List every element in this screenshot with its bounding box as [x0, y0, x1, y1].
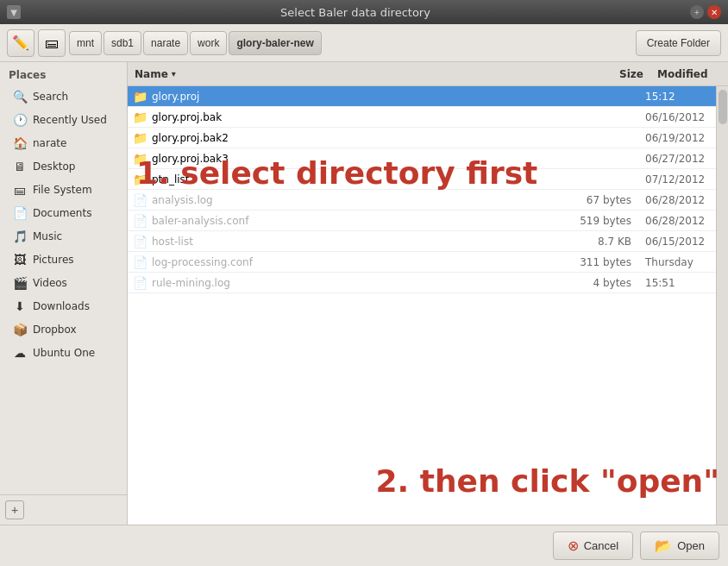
app-icon: ▼ [7, 5, 21, 19]
main-area: Places 🔍Search🕐Recently Used🏠narate🖥Desk… [0, 62, 728, 525]
sidebar-icon-music: 🎵 [12, 229, 28, 244]
file-name: glory.proj.bak2 [148, 132, 569, 144]
file-size: 519 bytes [569, 215, 638, 227]
titlebar-controls: + ✕ [690, 5, 721, 19]
file-modified: 15:12 [638, 91, 716, 103]
table-row[interactable]: 📁glory.proj.bak06/16/2012 [128, 107, 716, 128]
file-icon: 📄 [131, 273, 148, 293]
sidebar-item-documents[interactable]: 📄Documents [3, 202, 123, 224]
sidebar-label: Downloads [33, 300, 90, 312]
sidebar-icon-file-system: 🖴 [12, 182, 28, 198]
sidebar-item-desktop[interactable]: 🖥Desktop [3, 155, 123, 178]
column-size[interactable]: Size [581, 68, 650, 80]
file-icon: 📄 [131, 252, 148, 273]
column-name[interactable]: Name ▾ [128, 68, 581, 80]
file-modified: Thursday [638, 256, 716, 268]
create-folder-button[interactable]: Create Folder [636, 30, 721, 56]
file-name: log-processing.conf [148, 256, 569, 268]
breadcrumb: mntsdb1narateworkglory-baler-new [69, 31, 322, 55]
table-row[interactable]: 📄analysis.log67 bytes06/28/2012 [128, 190, 716, 211]
table-row[interactable]: 📁glory.proj15:12 [128, 86, 716, 107]
sidebar-item-narate[interactable]: 🏠narate [3, 132, 123, 154]
open-label: Open [677, 539, 705, 552]
sidebar-icon-desktop: 🖥 [12, 159, 28, 174]
folder-icon: 📁 [131, 128, 148, 148]
table-row[interactable]: 📁ptn_list07/12/2012 [128, 169, 716, 190]
file-size: 311 bytes [569, 256, 638, 268]
folder-icon: 📁 [131, 86, 148, 107]
sidebar-add-area: + [0, 494, 127, 525]
file-modified: 06/15/2012 [638, 236, 716, 248]
table-row[interactable]: 📄rule-mining.log4 bytes15:51 [128, 273, 716, 293]
folder-icon: 📁 [131, 169, 148, 190]
sidebar-item-videos[interactable]: 🎬Videos [3, 272, 123, 294]
file-modified: 06/16/2012 [638, 111, 716, 123]
open-icon: 📂 [655, 538, 672, 554]
sidebar-item-dropbox[interactable]: 📦Dropbox [3, 318, 123, 341]
sidebar-label: narate [33, 137, 66, 149]
file-name: ptn_list [148, 173, 569, 186]
file-modified: 15:51 [638, 277, 716, 289]
breadcrumb-item-sdb1[interactable]: sdb1 [104, 31, 141, 55]
sidebar-item-search[interactable]: 🔍Search [3, 85, 123, 108]
open-button[interactable]: 📂 Open [640, 531, 719, 560]
sidebar-icon-downloads: ⬇ [12, 299, 28, 314]
sidebar-item-ubuntu-one[interactable]: ☁Ubuntu One [3, 342, 123, 364]
file-name: baler-analysis.conf [148, 215, 569, 227]
file-name: glory.proj [148, 91, 569, 103]
titlebar: ▼ Select Baler data directory + ✕ [0, 0, 728, 24]
breadcrumb-item-narate[interactable]: narate [143, 31, 188, 55]
sidebar-item-downloads[interactable]: ⬇Downloads [3, 295, 123, 318]
sidebar-item-file-system[interactable]: 🖴File System [3, 179, 123, 201]
scrollbar-track[interactable] [716, 86, 728, 525]
file-size: 4 bytes [569, 277, 638, 289]
sidebar-label: Documents [33, 207, 91, 219]
cancel-button[interactable]: ⊗ Cancel [553, 531, 633, 560]
titlebar-close-button[interactable]: ✕ [707, 5, 721, 19]
drives-button[interactable]: 🖴 [38, 29, 66, 57]
sidebar-label: Ubuntu One [33, 347, 95, 359]
sidebar-item-pictures[interactable]: 🖼Pictures [3, 248, 123, 271]
file-name: analysis.log [148, 194, 569, 206]
sort-arrow-icon: ▾ [172, 69, 176, 79]
sidebar-add-button[interactable]: + [5, 500, 24, 519]
file-modified: 06/28/2012 [638, 194, 716, 206]
sidebar-label: Pictures [33, 254, 74, 266]
file-modified: 06/28/2012 [638, 215, 716, 227]
table-row[interactable]: 📁glory.proj.bak306/27/2012 [128, 148, 716, 169]
breadcrumb-item-work[interactable]: work [190, 31, 227, 55]
breadcrumb-item-glory-baler-new[interactable]: glory-baler-new [229, 31, 321, 55]
table-row[interactable]: 📄log-processing.conf311 bytesThursday [128, 252, 716, 273]
titlebar-add-button[interactable]: + [690, 5, 704, 19]
file-area: Name ▾ Size Modified 📁glory.proj15:12📁gl… [128, 62, 728, 525]
sidebar-icon-recently-used: 🕐 [12, 112, 28, 128]
file-list: 📁glory.proj15:12📁glory.proj.bak06/16/201… [128, 86, 716, 525]
file-modified: 06/19/2012 [638, 132, 716, 144]
file-modified: 07/12/2012 [638, 173, 716, 186]
scrollbar-thumb[interactable] [719, 90, 727, 124]
sidebar-label: Search [33, 91, 68, 103]
toolbar: ✏️ 🖴 mntsdb1narateworkglory-baler-new Cr… [0, 24, 728, 62]
folder-icon: 📁 [131, 148, 148, 169]
sidebar-label: Music [33, 230, 62, 242]
file-name: rule-mining.log [148, 277, 569, 289]
bottombar: ⊗ Cancel 📂 Open [0, 525, 728, 566]
sidebar-item-recently-used[interactable]: 🕐Recently Used [3, 109, 123, 131]
titlebar-title: Select Baler data directory [21, 6, 690, 19]
sidebar-icon-pictures: 🖼 [12, 252, 28, 267]
sidebar-label: Videos [33, 277, 67, 289]
column-modified[interactable]: Modified [650, 68, 728, 80]
file-modified: 06/27/2012 [638, 153, 716, 165]
sidebar-icon-documents: 📄 [12, 205, 28, 221]
edit-button[interactable]: ✏️ [7, 29, 35, 57]
cancel-icon: ⊗ [568, 538, 579, 554]
breadcrumb-item-mnt[interactable]: mnt [69, 31, 102, 55]
sidebar-item-music[interactable]: 🎵Music [3, 225, 123, 248]
sidebar-label: Dropbox [33, 324, 77, 336]
table-row[interactable]: 📄baler-analysis.conf519 bytes06/28/2012 [128, 211, 716, 231]
table-row[interactable]: 📁glory.proj.bak206/19/2012 [128, 128, 716, 148]
file-name: glory.proj.bak [148, 111, 569, 123]
table-row[interactable]: 📄host-list8.7 KB06/15/2012 [128, 231, 716, 252]
folder-icon: 📁 [131, 107, 148, 128]
sidebar-icon-search: 🔍 [12, 89, 28, 104]
